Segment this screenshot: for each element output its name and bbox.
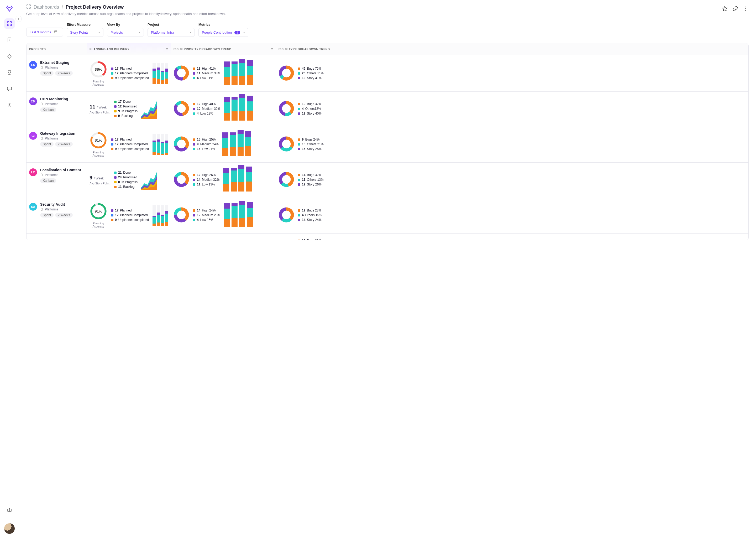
nav-activity[interactable] xyxy=(4,51,15,62)
legend-value: 9 xyxy=(302,138,304,141)
legend-value: 9 xyxy=(115,147,117,151)
swatch-icon xyxy=(193,143,195,145)
metric-value: 9 / Week xyxy=(89,175,104,181)
user-avatar[interactable] xyxy=(4,523,15,534)
priority-trend-bars xyxy=(222,133,251,156)
swatch-icon xyxy=(111,209,114,212)
legend: 15 High 25% 9 Medium 24% 16 Low 21% xyxy=(193,138,219,151)
table-row: LC Localisation of Content Platforms Kan… xyxy=(26,162,748,197)
swatch-icon xyxy=(193,103,195,105)
view-by-value: Projects xyxy=(111,30,123,34)
swatch-icon xyxy=(298,112,300,115)
legend-row: 26 Others 11% xyxy=(298,72,324,75)
legend-value: 12 xyxy=(115,213,118,217)
legend-label: Prioritised xyxy=(123,176,137,179)
col-projects: Projects xyxy=(26,43,87,55)
legend-row: 4 Low 11% xyxy=(193,76,220,80)
svg-text:38%: 38% xyxy=(95,67,102,72)
svg-rect-16 xyxy=(41,67,42,69)
nav-settings[interactable] xyxy=(4,100,15,110)
nav-comments[interactable] xyxy=(4,83,15,94)
star-icon[interactable] xyxy=(722,6,728,12)
project-tag: Kanban xyxy=(40,107,56,112)
legend-row: 15 High 25% xyxy=(193,138,219,141)
legend-value: 12 xyxy=(197,102,200,106)
breadcrumb-parent[interactable]: Dashboards xyxy=(34,4,59,10)
priority-donut xyxy=(173,65,189,82)
legend-row: 14 Bugs 32% xyxy=(298,173,324,177)
legend-value: 10 xyxy=(302,102,305,106)
swatch-icon xyxy=(193,148,195,150)
link-icon[interactable] xyxy=(732,6,738,12)
legend-row: 12 Planned Completed xyxy=(111,142,149,146)
calendar-icon xyxy=(54,30,58,34)
swatch-icon xyxy=(193,138,195,141)
project-cell[interactable]: CM CDN Monitoring Platforms Kanban xyxy=(26,92,87,126)
legend-label: Medium 23% xyxy=(202,213,220,217)
legend-label: Done xyxy=(123,100,131,103)
nav-achievements[interactable] xyxy=(4,67,15,78)
dashboards-icon xyxy=(26,4,31,10)
view-by-dropdown[interactable]: Projects ▾ xyxy=(107,28,144,37)
legend-value: 14 xyxy=(302,218,305,222)
legend-label: Low 13% xyxy=(202,183,215,186)
priority-donut xyxy=(173,136,189,153)
legend-row: 9 Backlog xyxy=(114,114,138,118)
legend-label: Bugs 32% xyxy=(307,102,321,106)
legend-label: Story 41% xyxy=(307,76,321,80)
svg-rect-15 xyxy=(54,31,57,33)
chevron-down-icon: ▾ xyxy=(98,31,100,34)
legend-value: 10 xyxy=(302,239,305,240)
type-cell: 12 Bugs 23% 4 Others 15% 14 Story 24% xyxy=(276,197,354,233)
nav-gifts[interactable] xyxy=(4,504,15,515)
project-cell[interactable]: ES Extranet Staging Platforms Sprint2 We… xyxy=(26,55,87,91)
legend-row: 12 High 26% xyxy=(193,173,219,177)
legend-row: 9 In Progress xyxy=(114,109,138,113)
column-menu-icon[interactable]: ≡ xyxy=(166,47,168,51)
swatch-icon xyxy=(298,179,300,181)
swatch-icon xyxy=(193,179,195,181)
project-dropdown[interactable]: Platforms, Infra ▾ xyxy=(148,28,195,37)
date-range-dropdown[interactable]: Last 3 months xyxy=(26,27,63,37)
swatch-icon xyxy=(111,214,114,216)
metrics-dropdown[interactable]: Poeple Contribution 4 ▾ xyxy=(199,28,248,37)
app-logo xyxy=(5,4,14,13)
swatch-icon xyxy=(114,110,117,112)
legend: 13 High 41% 11 Medium 38% 4 Low 11% xyxy=(193,67,220,80)
legend-row: 12 Bugs 23% xyxy=(298,209,322,212)
legend-row: 9 Unplanned completed xyxy=(111,147,149,151)
nav-docs[interactable] xyxy=(4,35,15,45)
metrics-value: Poeple Contribution xyxy=(202,30,232,34)
breadcrumb-title: Project Delivery Overview xyxy=(66,4,124,10)
more-icon[interactable] xyxy=(743,6,749,12)
swatch-icon xyxy=(298,138,300,141)
priority-cell: 13 High 41% 11 Medium 38% 4 Low 11% xyxy=(171,55,276,91)
swatch-icon xyxy=(298,77,300,79)
type-cell: 10 Bugs 32% 4 Others13% 12 Story 40% xyxy=(276,92,354,126)
nav-dashboards[interactable] xyxy=(4,19,15,29)
legend-label: Story 26% xyxy=(307,183,321,186)
type-donut xyxy=(278,207,294,224)
legend-row: 4 Low 15% xyxy=(193,218,220,222)
legend-row: 16 Low 21% xyxy=(193,147,219,151)
swatch-icon xyxy=(193,112,195,115)
effort-measure-dropdown[interactable]: Story Points ▾ xyxy=(67,28,103,37)
legend-label: Medium32% xyxy=(202,178,219,182)
swatch-icon xyxy=(298,103,300,105)
legend-row: 17 Planned xyxy=(111,209,149,212)
legend-label: Bugs 60% xyxy=(307,239,321,240)
legend-label: Planned xyxy=(120,138,131,141)
project-cell[interactable]: GI Gateway Integration Platforms Sprint2… xyxy=(26,126,87,162)
legend-row: 12 Planned Completed xyxy=(111,72,149,75)
rail-expand-toggle[interactable]: › xyxy=(16,16,22,22)
column-menu-icon[interactable]: ≡ xyxy=(271,47,273,51)
legend-label: Others 13% xyxy=(307,178,323,182)
legend-label: High 26% xyxy=(202,173,215,177)
planning-cell: 9 / WeekAvg Story Point 21 Done 24 Prior… xyxy=(87,163,171,197)
legend-label: Planned xyxy=(120,67,131,71)
project-cell[interactable]: LC Localisation of Content Platforms Kan… xyxy=(26,163,87,197)
project-cell[interactable]: SA Security Audit Platforms Sprint2 Week… xyxy=(26,197,87,233)
project-tag: Kanban xyxy=(40,178,56,183)
project-tag: 2 Weeks xyxy=(55,142,72,146)
priority-trend-bars xyxy=(224,62,253,85)
